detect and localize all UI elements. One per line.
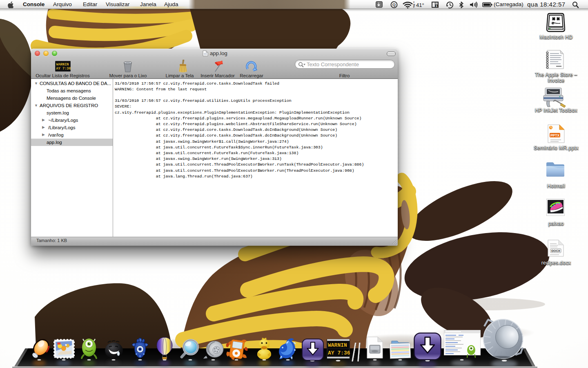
svg-text:WARNIN: WARNIN: [328, 342, 347, 348]
svg-text:WARNIN: WARNIN: [56, 63, 69, 67]
svg-text:AY 7:36: AY 7:36: [56, 67, 71, 71]
svg-text:PPTX: PPTX: [550, 133, 560, 137]
svg-text:1: 1: [436, 4, 438, 8]
svg-text:P: P: [413, 6, 415, 8]
svg-text:DOCX: DOCX: [551, 249, 560, 253]
svg-text:Q: Q: [392, 2, 396, 7]
svg-text:41°: 41°: [416, 2, 424, 8]
svg-text:AY 7:36: AY 7:36: [328, 350, 350, 356]
